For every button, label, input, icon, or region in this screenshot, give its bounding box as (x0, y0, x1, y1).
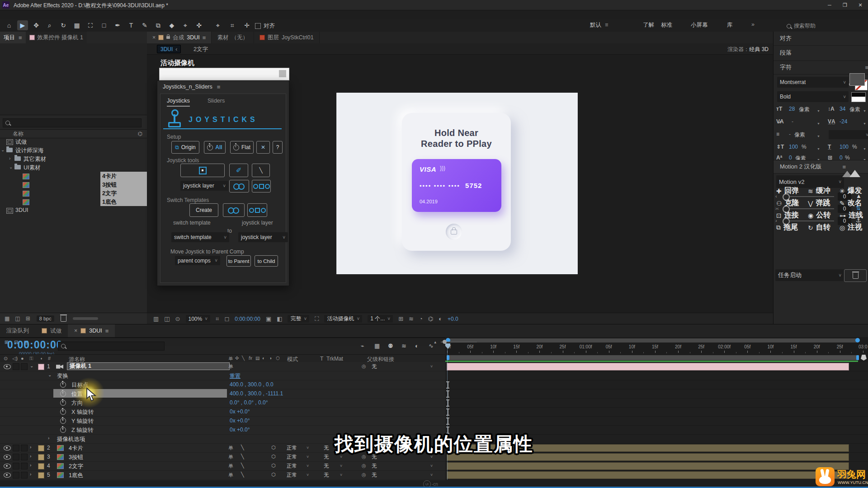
switch-quality-toggle[interactable]: ╲ (241, 472, 244, 478)
camera-select[interactable]: 活动摄像机 (324, 315, 362, 323)
timeline-feature-icon-0[interactable]: ⌁ (361, 343, 364, 349)
viewer-tab-3DUI[interactable]: ×合成3DUI≡ (147, 32, 212, 43)
work-area-bar[interactable] (447, 355, 859, 360)
property-value[interactable]: 0x +0.0° (230, 408, 250, 415)
slider-track[interactable] (790, 196, 834, 197)
origin-button[interactable]: ⧉ Origin (171, 141, 199, 154)
audio-toggle[interactable] (13, 472, 19, 479)
plugin-panel-header[interactable]: Joysticks_n_Sliders ≡ (157, 81, 294, 93)
zoom-tool[interactable]: ⌕ (44, 20, 55, 30)
property-value[interactable]: 0x +0.0° (230, 418, 250, 424)
project-tool-icon-1[interactable]: ◫ (15, 315, 20, 322)
snapshot-icon[interactable]: ▣ (266, 315, 271, 322)
stopwatch-icon[interactable] (60, 391, 66, 397)
group-expand-arrow-icon[interactable]: › (48, 436, 49, 441)
timeline-tab-3DUI[interactable]: ×3DUI≡ (68, 324, 115, 337)
slider-track[interactable] (790, 221, 834, 221)
field-button[interactable] (279, 70, 286, 77)
home-tool[interactable]: ⌂ (4, 20, 14, 30)
joystick-pen-tool[interactable]: ✐ (229, 164, 248, 177)
timeline-button-icon[interactable]: ◔ (419, 315, 423, 322)
switch-shy-toggle[interactable]: 单 (228, 463, 233, 469)
resolution-select[interactable]: 完整 (288, 315, 309, 323)
view-axis-mode[interactable]: ✛ (241, 20, 252, 30)
hand-tool[interactable]: ✥ (31, 20, 42, 30)
timeline-feature-icon-2[interactable]: ⚉ (388, 343, 393, 349)
help-button[interactable]: ? (273, 141, 283, 154)
switch-cube-toggle[interactable]: ⬡ (271, 472, 276, 478)
show-snapshot-icon[interactable]: ◧ (277, 315, 282, 322)
region-of-interest-icon[interactable]: ⛶ (315, 315, 319, 323)
switch-column-icon-5[interactable]: ◐ (262, 356, 265, 361)
audio-column-icon[interactable]: ◁) (12, 356, 18, 361)
project-tool-icon-0[interactable]: ▦ (5, 315, 9, 322)
project-item[interactable]: 2文字 (0, 189, 147, 197)
switch-shy-toggle[interactable]: 单 (228, 445, 233, 451)
switch-cube-toggle[interactable]: ⬡ (271, 463, 276, 469)
switch-shy-toggle[interactable]: 单 (228, 363, 233, 370)
pan-behind-tool[interactable]: ⛶ (85, 20, 96, 30)
world-axis-mode[interactable]: ⌗ (227, 20, 238, 30)
panel-menu-icon[interactable]: ≡ (217, 84, 221, 90)
property-value[interactable]: 0.0° , 0.0° , 0.0° (230, 399, 268, 406)
layer-color-swatch[interactable] (38, 364, 44, 370)
panel-menu-icon[interactable]: ≡ (19, 34, 22, 41)
all-button[interactable]: All (204, 141, 226, 154)
roto-brush-tool[interactable]: ⌖ (180, 20, 191, 30)
switch-column-icon-1[interactable]: ✣ (235, 356, 239, 361)
workspace-menu-icon[interactable]: ≡ (605, 22, 608, 28)
project-item[interactable]: ⌄设计师深海 (0, 146, 147, 155)
stopwatch-icon[interactable] (60, 418, 66, 424)
puppet-pin-tool[interactable]: ✜ (193, 20, 204, 30)
project-item-label[interactable]: 2文字 (100, 190, 147, 197)
workspace-tab-2[interactable]: 标准 (661, 21, 672, 29)
font-family-select[interactable]: Montserrat (777, 77, 849, 88)
template-unlink-button[interactable] (247, 203, 267, 217)
switch-column-icon-2[interactable]: ╲ (242, 356, 245, 361)
project-item-label[interactable]: 3DUI (15, 207, 28, 213)
collapse-arrow-icon[interactable]: ⌄ (9, 164, 13, 169)
workspace-tab-0[interactable]: 默认≡ (590, 21, 608, 29)
visibility-toggle[interactable] (4, 464, 11, 469)
audio-toggle[interactable] (13, 445, 19, 451)
caret-down-icon[interactable] (817, 119, 820, 126)
leading-value[interactable]: 34 (840, 106, 845, 112)
paragraph-panel-header[interactable]: 段落 (774, 45, 868, 61)
visibility-toggle[interactable] (4, 455, 11, 460)
pan-camera-tool[interactable]: ▦ (71, 20, 82, 30)
workspace-tab-1[interactable]: 了解 (643, 21, 654, 29)
clone-stamp-tool[interactable]: ⧉ (153, 20, 164, 30)
caret-down-icon[interactable] (817, 107, 820, 113)
group-expand-arrow-icon[interactable]: ⌄ (48, 372, 52, 377)
tab-effect-controls[interactable]: 效果控件 摄像机 1 (26, 32, 87, 43)
collapse-arrow-icon[interactable]: ⌄ (1, 147, 5, 152)
solo-toggle[interactable] (21, 463, 28, 469)
grid-guides-icon[interactable]: ⌗ (216, 315, 219, 323)
pen-tool[interactable]: ✒ (112, 20, 123, 30)
layer-name[interactable]: 1底色 (69, 472, 83, 479)
project-item[interactable]: 1底色 (0, 197, 147, 206)
font-style-select[interactable]: Bold (777, 91, 849, 102)
project-search-input[interactable] (3, 118, 142, 127)
link-tool-button[interactable] (229, 180, 249, 192)
exposure-icon[interactable]: ◐ (439, 315, 442, 322)
timeline-row-2文字[interactable]: ›42文字单╲⬡正常˅无˅◎无˅ (0, 461, 445, 471)
motion-tool-自转[interactable]: ↻自转 (808, 223, 830, 232)
switch-column-icon-3[interactable]: fx (249, 356, 252, 361)
solo-toggle[interactable] (21, 445, 28, 451)
minimize-button[interactable]: ─ (822, 0, 837, 10)
caret-down-icon[interactable] (863, 119, 866, 126)
motion-tool-爆发[interactable]: ✳爆发 (840, 186, 862, 196)
switch-shy-toggle[interactable]: 单 (228, 454, 233, 460)
flat-button[interactable]: Flat (230, 141, 254, 154)
work-area-end-handle[interactable] (856, 355, 859, 360)
breadcrumb-comp[interactable]: 3DUI ‹ (157, 45, 181, 53)
primary-viewer-icon[interactable]: ◫ (164, 315, 170, 322)
close-icon[interactable]: × (152, 34, 156, 41)
visibility-toggle[interactable] (4, 364, 11, 369)
switch-column-icon-4[interactable]: ▤ (255, 356, 259, 361)
timeline-feature-icon-5[interactable]: ∿ (429, 343, 434, 349)
zoom-out-mountain-icon[interactable]: ▲ (434, 340, 437, 344)
lock-column-icon[interactable]: ⚿ (29, 356, 33, 361)
bw-swatch[interactable] (851, 92, 866, 102)
